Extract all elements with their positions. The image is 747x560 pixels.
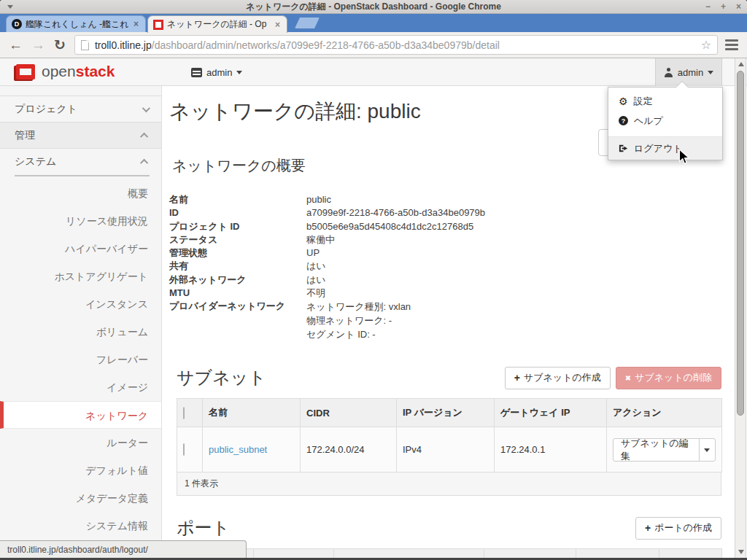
- subnet-name-link[interactable]: public_subnet: [209, 444, 267, 455]
- overview-label: ステータス: [169, 233, 306, 246]
- back-icon[interactable]: ←: [9, 38, 23, 52]
- browser-toolbar: ← → ↻ troll0.itline.jp/dashboard/admin/n…: [0, 32, 747, 58]
- sidebar-item-overview[interactable]: 概要: [0, 179, 161, 207]
- overview-value: b5005e6e9a5d45408c4d1dc2c12768d5: [306, 220, 721, 233]
- minimize-button[interactable]: −: [705, 0, 711, 14]
- chevron-down-icon: [708, 71, 713, 74]
- subnets-heading: サブネット: [177, 366, 505, 389]
- delete-subnet-button[interactable]: ✖ サブネットの削除: [616, 367, 721, 389]
- logout-icon: [619, 144, 628, 153]
- page-scrollbar[interactable]: [735, 58, 746, 558]
- bookmark-star-icon[interactable]: ☆: [701, 38, 711, 52]
- edit-subnet-split-button: サブネットの編集: [613, 438, 716, 462]
- create-subnet-button[interactable]: + サブネットの作成: [505, 367, 611, 389]
- kancolle-favicon: D: [12, 19, 22, 29]
- project-list-icon: [191, 68, 202, 77]
- column-header-cidr[interactable]: CIDR: [301, 399, 397, 427]
- tab-close-icon[interactable]: ×: [274, 20, 282, 30]
- sidebar-section-project[interactable]: プロジェクト: [0, 96, 161, 122]
- row-checkbox[interactable]: [183, 443, 185, 456]
- reload-icon[interactable]: ↻: [54, 38, 66, 52]
- openstack-wordmark: openstack: [42, 63, 115, 80]
- sidebar-item-host-aggregates[interactable]: ホストアグリゲート: [0, 262, 161, 290]
- edit-subnet-button[interactable]: サブネットの編集: [614, 439, 699, 461]
- new-tab-button[interactable]: [295, 18, 320, 28]
- window-menu-icon[interactable]: [7, 5, 13, 9]
- chrome-menu-icon[interactable]: [724, 39, 740, 51]
- create-port-button[interactable]: + ポートの作成: [635, 517, 721, 540]
- scroll-down-icon[interactable]: [738, 550, 744, 554]
- openstack-logo[interactable]: openstack: [16, 63, 115, 80]
- subnets-section-header: サブネット + サブネットの作成 ✖ サブネットの削除: [177, 366, 721, 389]
- maximize-button[interactable]: +: [721, 0, 726, 14]
- menu-item-settings[interactable]: ⚙ 設定: [608, 91, 722, 111]
- overview-value: ネットワーク種別: vxlan 物理ネットワーク: - セグメント ID: -: [306, 300, 721, 341]
- ports-section-header: ポート + ポートの作成: [177, 516, 721, 540]
- tab-kancolle[interactable]: D 艦隊これくしょん -艦これ ×: [6, 15, 146, 32]
- sidebar-item-metadata-definitions[interactable]: メタデータ定義: [0, 484, 161, 512]
- subnets-header-row: 名前 CIDR IP バージョン ゲートウェイ IP アクション: [177, 399, 722, 427]
- sidebar-section-system[interactable]: システム: [0, 149, 161, 175]
- x-icon: ✖: [625, 374, 631, 382]
- overview-label: 外部ネットワーク: [169, 273, 306, 287]
- sidebar-item-hypervisors[interactable]: ハイパーバイザー: [0, 235, 161, 262]
- overview-label: MTU: [169, 287, 306, 300]
- sidebar-item-defaults[interactable]: デフォルト値: [0, 456, 161, 484]
- tab-close-icon[interactable]: ×: [132, 19, 140, 29]
- help-icon: ?: [619, 116, 628, 125]
- project-switcher[interactable]: admin: [191, 58, 242, 86]
- sidebar-item-volumes[interactable]: ボリューム: [0, 318, 161, 346]
- user-menu-label: admin: [678, 67, 703, 78]
- page-icon: [81, 40, 89, 50]
- chevron-down-icon: [236, 71, 242, 74]
- sidebar-item-system-info[interactable]: システム情報: [0, 512, 161, 540]
- overview-value: はい: [306, 260, 721, 273]
- overview-label: 共有: [169, 260, 306, 273]
- url-bar[interactable]: troll0.itline.jp/dashboard/admin/network…: [74, 35, 718, 55]
- plus-icon: +: [514, 372, 520, 384]
- tab-network-detail[interactable]: ネットワークの詳細 - Op ×: [147, 15, 287, 33]
- openstack-logo-icon: [16, 64, 35, 79]
- subnet-cidr: 172.24.0.0/24: [301, 427, 397, 472]
- table-row: public_subnet 172.24.0.0/24 IPv4 172.24.…: [177, 427, 722, 472]
- tab-label: 艦隊これくしょん -艦これ: [26, 18, 128, 31]
- project-switcher-label: admin: [206, 67, 232, 78]
- mouse-cursor: [678, 149, 690, 165]
- ports-heading: ポート: [177, 516, 635, 540]
- select-all-checkbox[interactable]: [183, 407, 185, 419]
- sidebar-item-resource-usage[interactable]: リソース使用状況: [0, 207, 161, 235]
- scroll-up-icon[interactable]: [738, 62, 744, 66]
- user-menu-button[interactable]: admin: [655, 58, 722, 86]
- overview-value: UP: [306, 246, 721, 260]
- overview-label: プロバイダーネットワーク: [169, 300, 306, 341]
- browser-window: ネットワークの詳細 - OpenStack Dashboard - Google…: [0, 0, 747, 560]
- sidebar-spacer: [0, 86, 161, 96]
- url-text: troll0.itline.jp/dashboard/admin/network…: [95, 39, 697, 51]
- overview-value: 稼働中: [306, 233, 721, 246]
- gear-icon: ⚙: [619, 96, 628, 106]
- menu-item-logout[interactable]: ログアウト: [608, 137, 722, 160]
- menu-item-help[interactable]: ? ヘルプ: [608, 111, 722, 131]
- scrollbar-thumb[interactable]: [737, 71, 744, 416]
- subnets-table: 名前 CIDR IP バージョン ゲートウェイ IP アクション public_…: [177, 398, 722, 472]
- sidebar-item-images[interactable]: イメージ: [0, 373, 161, 401]
- overview-value: a7099e9f-2218-4766-a50b-d3a34be0979b: [306, 206, 721, 219]
- sidebar-section-admin[interactable]: 管理: [0, 122, 161, 149]
- forward-icon[interactable]: →: [31, 38, 45, 52]
- close-button[interactable]: ×: [736, 0, 741, 14]
- overview-label: 管理状態: [169, 246, 306, 260]
- column-header-name[interactable]: 名前: [203, 399, 301, 427]
- column-header-ip-version[interactable]: IP バージョン: [397, 399, 495, 427]
- column-header-gateway-ip[interactable]: ゲートウェイ IP: [495, 399, 607, 427]
- sidebar-item-routers[interactable]: ルーター: [0, 429, 161, 456]
- overview-value: public: [306, 193, 721, 206]
- sidebar-divider: [15, 175, 150, 176]
- chevron-down-icon: [142, 104, 150, 112]
- openstack-favicon: [153, 20, 163, 30]
- user-icon: [664, 68, 673, 77]
- more-actions-button[interactable]: [699, 439, 715, 461]
- sidebar-item-networks[interactable]: ネットワーク: [0, 401, 161, 429]
- sidebar-item-flavors[interactable]: フレーバー: [0, 346, 161, 373]
- tab-label: ネットワークの詳細 - Op: [167, 18, 270, 31]
- sidebar-item-instances[interactable]: インスタンス: [0, 290, 161, 318]
